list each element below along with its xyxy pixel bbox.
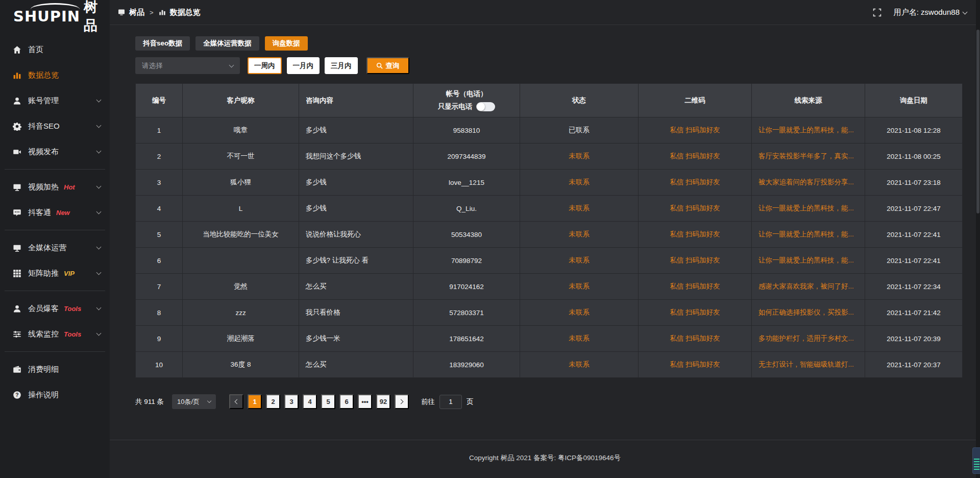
filter-select[interactable]: 请选择 [135, 57, 240, 74]
chevron-down-icon [96, 245, 102, 250]
cell-source-link[interactable]: 让你一眼就爱上的黑科技，能... [752, 248, 865, 274]
cell-source-link[interactable]: 感谢大家喜欢我家，被问了好... [752, 274, 865, 300]
cell-account: Q_Liu. [413, 196, 520, 222]
cell-source-link[interactable]: 多功能护栏灯，适用于乡村文... [752, 326, 865, 352]
next-page-button[interactable] [395, 394, 409, 409]
cell-qrcode-link[interactable]: 私信 扫码加好友 [639, 248, 752, 274]
table-body: 1哦章多少钱9583810已联系私信 扫码加好友让你一眼就爱上的黑科技，能...… [136, 117, 963, 378]
prev-page-button[interactable] [229, 394, 243, 409]
page-button-3[interactable]: 3 [284, 394, 299, 409]
sidebar-item-抖音SEO[interactable]: 抖音SEO [0, 113, 110, 139]
sidebar-item-视频发布[interactable]: 视频发布 [0, 139, 110, 164]
cell-date: 2021-11-07 20:39 [865, 326, 963, 352]
cell-source-link[interactable]: 让你一眼就爱上的黑科技，能... [752, 196, 865, 222]
cell-source-link[interactable]: 无主灯设计，智能磁吸轨道灯... [752, 352, 865, 378]
range-button-三月内[interactable]: 三月内 [325, 57, 358, 74]
page-more-button[interactable]: ••• [358, 394, 372, 409]
column-header-咨询内容: 咨询内容 [299, 84, 413, 117]
user-menu[interactable]: 用户名: zswodun88 [894, 8, 967, 17]
cell-qrcode-link[interactable]: 私信 扫码加好友 [639, 222, 752, 248]
cell-qrcode-link[interactable]: 私信 扫码加好友 [639, 170, 752, 196]
brand-logo[interactable]: SHUPIN 树品 [0, 0, 110, 33]
cell-status: 已联系 [520, 117, 639, 144]
page-size-select[interactable]: 10条/页 [172, 394, 216, 409]
phone-only-toggle[interactable] [476, 102, 495, 111]
page-button-2[interactable]: 2 [266, 394, 280, 409]
tab-全媒体运营数据[interactable]: 全媒体运营数据 [195, 36, 259, 51]
table-row: 8zzz我只看价格572803371未联系私信 扫码加好友如何正确选择投影仪，买… [136, 300, 963, 326]
topbar-right: 用户名: zswodun88 [873, 8, 967, 17]
data-tabs: 抖音seo数据全媒体运营数据询盘数据 [135, 36, 965, 51]
cell-status: 未联系 [520, 248, 639, 274]
sidebar: SHUPIN 树品 首页数据总览账号管理抖音SEO视频发布视频加热Hot抖客通N… [0, 0, 110, 478]
pagination: 共 911 条 10条/页 123456•••92 前往 页 [135, 394, 965, 409]
sidebar-item-badge: Tools [64, 305, 81, 313]
cell-content: 多少钱 [299, 170, 413, 196]
sidebar-item-badge: Hot [64, 183, 75, 191]
sidebar-item-矩阵助推[interactable]: 矩阵助推VIP [0, 260, 110, 286]
breadcrumb-home[interactable]: 树品 [129, 8, 144, 17]
search-button-label: 查询 [386, 61, 400, 70]
range-button-一周内[interactable]: 一周内 [248, 57, 282, 74]
search-icon [376, 62, 383, 69]
cell-qrcode-link[interactable]: 私信 扫码加好友 [639, 117, 752, 144]
page-button-6[interactable]: 6 [339, 394, 354, 409]
floating-widget[interactable] [972, 447, 980, 474]
cell-nickname: 不可一世 [183, 144, 299, 170]
sidebar-item-线索监控[interactable]: 线索监控Tools [0, 321, 110, 347]
breadcrumb-current: 数据总览 [170, 8, 201, 17]
member-icon [13, 304, 21, 313]
cell-qrcode-link[interactable]: 私信 扫码加好友 [639, 352, 752, 378]
cell-content: 怎么买 [299, 274, 413, 300]
cell-qrcode-link[interactable]: 私信 扫码加好友 [639, 326, 752, 352]
cell-source-link[interactable]: 客厅安装投影半年多了，真实... [752, 144, 865, 170]
cell-qrcode-link[interactable]: 私信 扫码加好友 [639, 274, 752, 300]
sidebar-item-label: 会员爆客 [28, 304, 59, 314]
sidebar-item-抖客通[interactable]: 抖客通New [0, 200, 110, 225]
main-content: 抖音seo数据全媒体运营数据询盘数据 请选择 一周内一月内三月内 查询 [110, 25, 980, 429]
sidebar-item-会员爆客[interactable]: 会员爆客Tools [0, 296, 110, 321]
page-scrollbar[interactable] [976, 0, 980, 478]
fullscreen-icon[interactable] [873, 8, 881, 17]
sidebar-item-视频加热[interactable]: 视频加热Hot [0, 174, 110, 200]
sidebar-item-操作说明[interactable]: ?操作说明 [0, 382, 110, 408]
sidebar-item-数据总览[interactable]: 数据总览 [0, 62, 110, 88]
cell-nickname: L [183, 196, 299, 222]
search-button[interactable]: 查询 [366, 57, 409, 74]
cell-source-link[interactable]: 让你一眼就爱上的黑科技，能... [752, 222, 865, 248]
cell-qrcode-link[interactable]: 私信 扫码加好友 [639, 196, 752, 222]
cell-date: 2021-11-07 20:37 [865, 352, 963, 378]
column-header-询盘日期: 询盘日期 [865, 84, 963, 117]
cell-qrcode-link[interactable]: 私信 扫码加好友 [639, 144, 752, 170]
cell-source-link[interactable]: 如何正确选择投影仪，买投影... [752, 300, 865, 326]
page-button-92[interactable]: 92 [376, 394, 390, 409]
help-icon: ? [13, 391, 21, 399]
sidebar-item-消费明细[interactable]: 消费明细 [0, 356, 110, 382]
table-row: 1哦章多少钱9583810已联系私信 扫码加好友让你一眼就爱上的黑科技，能...… [136, 117, 963, 144]
scrollbar-thumb[interactable] [976, 30, 979, 213]
toggle-knob [477, 103, 485, 111]
cell-content: 我想问这个多少钱 [299, 144, 413, 170]
chevron-down-icon [96, 305, 102, 310]
sidebar-item-首页[interactable]: 首页 [0, 37, 110, 62]
page-button-1[interactable]: 1 [248, 394, 262, 409]
page-button-5[interactable]: 5 [321, 394, 335, 409]
sidebar-item-账号管理[interactable]: 账号管理 [0, 88, 110, 113]
sidebar-divider [5, 291, 105, 291]
cell-content: 多少钱一米 [299, 326, 413, 352]
username-label: 用户名: zswodun88 [894, 8, 960, 17]
cell-status: 未联系 [520, 274, 639, 300]
breadcrumb: 树品 > 数据总览 [118, 8, 201, 17]
page-button-4[interactable]: 4 [303, 394, 317, 409]
chevron-down-icon [229, 62, 234, 67]
tab-询盘数据[interactable]: 询盘数据 [265, 36, 308, 51]
cell-source-link[interactable]: 被大家追着问的客厅投影分享... [752, 170, 865, 196]
table-row: 1036度 8怎么买183929060未联系私信 扫码加好友无主灯设计，智能磁吸… [136, 352, 963, 378]
column-header-状态: 状态 [520, 84, 639, 117]
tab-抖音seo数据[interactable]: 抖音seo数据 [135, 36, 190, 51]
page-jump-input[interactable] [439, 395, 462, 409]
cell-source-link[interactable]: 让你一眼就爱上的黑科技，能... [752, 117, 865, 144]
range-button-一月内[interactable]: 一月内 [287, 57, 320, 74]
sidebar-item-全媒体运营[interactable]: 全媒体运营 [0, 235, 110, 260]
cell-qrcode-link[interactable]: 私信 扫码加好友 [639, 300, 752, 326]
